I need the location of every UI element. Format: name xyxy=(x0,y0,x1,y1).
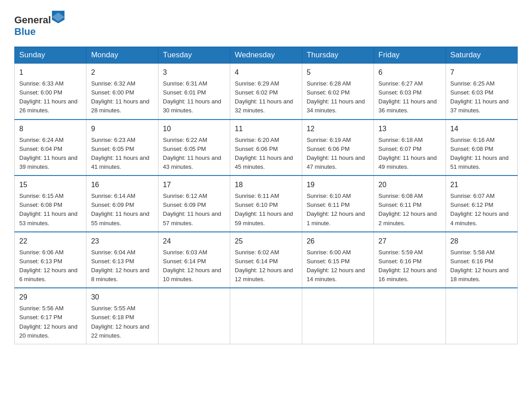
day-info: Sunrise: 6:02 AMSunset: 6:14 PMDaylight:… xyxy=(235,248,297,284)
calendar-cell: 27Sunrise: 5:59 AMSunset: 6:16 PMDayligh… xyxy=(374,232,446,288)
day-info: Sunrise: 6:27 AMSunset: 6:03 PMDaylight:… xyxy=(378,79,441,116)
calendar-cell: 23Sunrise: 6:04 AMSunset: 6:13 PMDayligh… xyxy=(86,232,158,288)
logo-icon xyxy=(52,11,64,23)
day-number: 24 xyxy=(163,236,225,247)
calendar-cell: 24Sunrise: 6:03 AMSunset: 6:14 PMDayligh… xyxy=(158,232,230,288)
day-number: 3 xyxy=(163,67,225,78)
day-number: 14 xyxy=(450,124,513,134)
calendar-cell xyxy=(230,288,302,344)
day-info: Sunrise: 5:56 AMSunset: 6:17 PMDaylight:… xyxy=(19,304,82,340)
day-number: 30 xyxy=(91,292,153,303)
day-info: Sunrise: 6:08 AMSunset: 6:11 PMDaylight:… xyxy=(378,192,441,228)
calendar-cell xyxy=(302,288,373,344)
calendar-cell: 8Sunrise: 6:24 AMSunset: 6:04 PMDaylight… xyxy=(15,120,86,176)
day-number: 5 xyxy=(307,67,369,78)
calendar-cell: 16Sunrise: 6:14 AMSunset: 6:09 PMDayligh… xyxy=(86,176,158,232)
calendar-cell: 5Sunrise: 6:28 AMSunset: 6:02 PMDaylight… xyxy=(302,64,373,120)
day-info: Sunrise: 6:20 AMSunset: 6:06 PMDaylight:… xyxy=(235,136,297,172)
day-number: 17 xyxy=(163,180,225,190)
page-header: General Blue xyxy=(14,11,518,38)
calendar-cell: 7Sunrise: 6:25 AMSunset: 6:03 PMDaylight… xyxy=(446,64,517,120)
day-info: Sunrise: 6:04 AMSunset: 6:13 PMDaylight:… xyxy=(91,248,153,284)
day-info: Sunrise: 6:11 AMSunset: 6:10 PMDaylight:… xyxy=(235,192,297,228)
day-number: 29 xyxy=(19,292,82,303)
calendar-cell: 25Sunrise: 6:02 AMSunset: 6:14 PMDayligh… xyxy=(230,232,302,288)
day-info: Sunrise: 5:59 AMSunset: 6:16 PMDaylight:… xyxy=(378,248,441,284)
calendar-week-row: 22Sunrise: 6:06 AMSunset: 6:13 PMDayligh… xyxy=(15,232,518,288)
day-number: 22 xyxy=(19,236,82,247)
col-header-monday: Monday xyxy=(86,47,158,64)
day-number: 20 xyxy=(378,180,441,190)
day-info: Sunrise: 6:28 AMSunset: 6:02 PMDaylight:… xyxy=(307,79,369,116)
day-number: 1 xyxy=(19,67,82,78)
calendar-cell: 19Sunrise: 6:10 AMSunset: 6:11 PMDayligh… xyxy=(302,176,373,232)
calendar-table: SundayMondayTuesdayWednesdayThursdayFrid… xyxy=(14,47,518,344)
col-header-tuesday: Tuesday xyxy=(158,47,230,64)
calendar-cell: 22Sunrise: 6:06 AMSunset: 6:13 PMDayligh… xyxy=(15,232,86,288)
day-number: 18 xyxy=(235,180,297,190)
col-header-sunday: Sunday xyxy=(15,47,86,64)
calendar-week-row: 1Sunrise: 6:33 AMSunset: 6:00 PMDaylight… xyxy=(15,64,518,120)
day-info: Sunrise: 6:25 AMSunset: 6:03 PMDaylight:… xyxy=(450,79,513,116)
calendar-cell: 4Sunrise: 6:29 AMSunset: 6:02 PMDaylight… xyxy=(230,64,302,120)
calendar-cell: 11Sunrise: 6:20 AMSunset: 6:06 PMDayligh… xyxy=(230,120,302,176)
day-info: Sunrise: 6:07 AMSunset: 6:12 PMDaylight:… xyxy=(450,192,513,228)
calendar-cell: 26Sunrise: 6:00 AMSunset: 6:15 PMDayligh… xyxy=(302,232,373,288)
calendar-cell: 6Sunrise: 6:27 AMSunset: 6:03 PMDaylight… xyxy=(374,64,446,120)
calendar-cell: 17Sunrise: 6:12 AMSunset: 6:09 PMDayligh… xyxy=(158,176,230,232)
calendar-cell: 12Sunrise: 6:19 AMSunset: 6:06 PMDayligh… xyxy=(302,120,373,176)
calendar-week-row: 29Sunrise: 5:56 AMSunset: 6:17 PMDayligh… xyxy=(15,288,518,344)
day-info: Sunrise: 6:10 AMSunset: 6:11 PMDaylight:… xyxy=(307,192,369,228)
calendar-cell: 30Sunrise: 5:55 AMSunset: 6:18 PMDayligh… xyxy=(86,288,158,344)
calendar-cell: 28Sunrise: 5:58 AMSunset: 6:16 PMDayligh… xyxy=(446,232,517,288)
calendar-cell: 14Sunrise: 6:16 AMSunset: 6:08 PMDayligh… xyxy=(446,120,517,176)
calendar-cell: 1Sunrise: 6:33 AMSunset: 6:00 PMDaylight… xyxy=(15,64,86,120)
day-number: 28 xyxy=(450,236,513,247)
day-info: Sunrise: 6:15 AMSunset: 6:08 PMDaylight:… xyxy=(19,192,82,228)
day-info: Sunrise: 6:23 AMSunset: 6:05 PMDaylight:… xyxy=(91,136,153,172)
calendar-header-row: SundayMondayTuesdayWednesdayThursdayFrid… xyxy=(15,47,518,64)
day-number: 23 xyxy=(91,236,153,247)
calendar-cell: 2Sunrise: 6:32 AMSunset: 6:00 PMDaylight… xyxy=(86,64,158,120)
day-number: 10 xyxy=(163,124,225,134)
day-info: Sunrise: 6:29 AMSunset: 6:02 PMDaylight:… xyxy=(235,79,297,116)
calendar-cell: 18Sunrise: 6:11 AMSunset: 6:10 PMDayligh… xyxy=(230,176,302,232)
calendar-cell xyxy=(446,288,517,344)
col-header-friday: Friday xyxy=(374,47,446,64)
logo: General Blue xyxy=(14,11,64,38)
day-number: 11 xyxy=(235,124,297,134)
day-number: 9 xyxy=(91,124,153,134)
day-info: Sunrise: 6:03 AMSunset: 6:14 PMDaylight:… xyxy=(163,248,225,284)
calendar-cell: 9Sunrise: 6:23 AMSunset: 6:05 PMDaylight… xyxy=(86,120,158,176)
logo-text: General Blue xyxy=(14,11,64,38)
day-number: 13 xyxy=(378,124,441,134)
day-number: 6 xyxy=(378,67,441,78)
calendar-cell: 29Sunrise: 5:56 AMSunset: 6:17 PMDayligh… xyxy=(15,288,86,344)
logo-general: General xyxy=(14,14,51,26)
day-info: Sunrise: 6:31 AMSunset: 6:01 PMDaylight:… xyxy=(163,79,225,116)
col-header-saturday: Saturday xyxy=(446,47,517,64)
day-info: Sunrise: 5:55 AMSunset: 6:18 PMDaylight:… xyxy=(91,304,153,340)
day-number: 26 xyxy=(307,236,369,247)
calendar-week-row: 15Sunrise: 6:15 AMSunset: 6:08 PMDayligh… xyxy=(15,176,518,232)
calendar-cell: 3Sunrise: 6:31 AMSunset: 6:01 PMDaylight… xyxy=(158,64,230,120)
day-info: Sunrise: 6:06 AMSunset: 6:13 PMDaylight:… xyxy=(19,248,82,284)
day-number: 8 xyxy=(19,124,82,134)
logo-blue: Blue xyxy=(14,26,36,37)
day-number: 21 xyxy=(450,180,513,190)
day-number: 12 xyxy=(307,124,369,134)
calendar-cell: 13Sunrise: 6:18 AMSunset: 6:07 PMDayligh… xyxy=(374,120,446,176)
day-info: Sunrise: 6:16 AMSunset: 6:08 PMDaylight:… xyxy=(450,136,513,172)
calendar-cell: 10Sunrise: 6:22 AMSunset: 6:05 PMDayligh… xyxy=(158,120,230,176)
calendar-cell: 20Sunrise: 6:08 AMSunset: 6:11 PMDayligh… xyxy=(374,176,446,232)
day-number: 2 xyxy=(91,67,153,78)
day-number: 4 xyxy=(235,67,297,78)
day-number: 27 xyxy=(378,236,441,247)
day-number: 16 xyxy=(91,180,153,190)
day-info: Sunrise: 6:12 AMSunset: 6:09 PMDaylight:… xyxy=(163,192,225,228)
col-header-wednesday: Wednesday xyxy=(230,47,302,64)
calendar-cell: 15Sunrise: 6:15 AMSunset: 6:08 PMDayligh… xyxy=(15,176,86,232)
day-info: Sunrise: 6:24 AMSunset: 6:04 PMDaylight:… xyxy=(19,136,82,172)
calendar-week-row: 8Sunrise: 6:24 AMSunset: 6:04 PMDaylight… xyxy=(15,120,518,176)
day-number: 7 xyxy=(450,67,513,78)
